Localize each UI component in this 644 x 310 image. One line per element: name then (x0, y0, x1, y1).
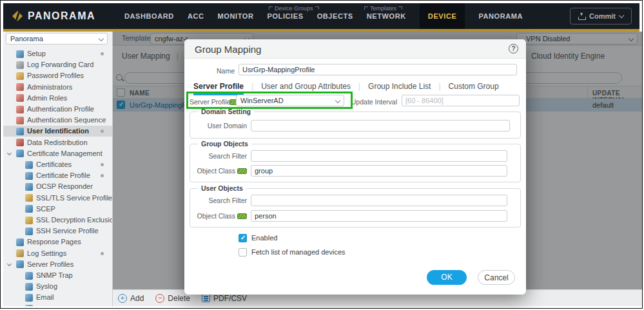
certificate-management-icon (16, 150, 24, 157)
sidebar-item-certificate-profile[interactable]: Certificate Profile (3, 170, 112, 181)
override-dot-icon (101, 252, 104, 255)
sidebar-item-label: SCEP (36, 205, 55, 213)
sidebar-item-password-profiles[interactable]: Password Profiles (3, 70, 112, 81)
sidebar-item-label: Syslog (36, 282, 57, 290)
key-icon (16, 72, 24, 80)
tab-separator: | (438, 82, 440, 91)
override-dot-icon (101, 130, 104, 133)
group-search-filter-label: Search Filter (190, 150, 247, 162)
nav-item-dashboard[interactable]: DASHBOARD (124, 12, 174, 20)
user-domain-input[interactable] (251, 120, 510, 131)
sidebar-item-ocsp-responder[interactable]: OCSP Responder (3, 181, 112, 192)
add-label: Add (130, 294, 144, 303)
delete-label: Delete (168, 294, 190, 303)
app-window: PANORAMA Device Groups Templates DASHBOA… (0, 0, 643, 309)
cancel-button[interactable]: Cancel (478, 270, 515, 285)
expand-chevron-icon[interactable] (7, 151, 12, 155)
user-search-filter-label: Search Filter (190, 195, 247, 206)
sidebar-item-scep[interactable]: SCEP (3, 204, 112, 215)
user-object-class-label: Object Class (190, 210, 235, 222)
scep-icon (25, 205, 33, 213)
sidebar-tree: SetupLog Forwarding CardPassword Profile… (3, 32, 112, 306)
sidebar-item-ssl-tls-service-profile[interactable]: SSL/TLS Service Profile (3, 193, 112, 204)
server-profile-value: WinServerAD (240, 97, 284, 104)
sidebar-item-http[interactable]: HTTP (3, 304, 112, 306)
pdf-csv-button[interactable]: PDF/CSV (202, 294, 247, 303)
chevron-down-icon (619, 12, 624, 17)
sidebar-item-syslog[interactable]: Syslog (3, 281, 112, 292)
update-interval-input[interactable] (402, 95, 520, 106)
nav-item-panorama[interactable]: PANORAMA (478, 12, 523, 20)
fetch-managed-devices-checkbox[interactable] (239, 248, 247, 257)
ok-button[interactable]: OK (427, 270, 467, 285)
http-icon (25, 305, 33, 306)
name-label: Name (184, 65, 235, 77)
help-icon[interactable] (509, 44, 518, 53)
dialog-tab-custom-group[interactable]: Custom Group (449, 82, 499, 91)
brand: PANORAMA (12, 3, 95, 29)
server-profile-select[interactable]: WinServerAD (236, 95, 344, 106)
sidebar-item-ssh-service-profile[interactable]: SSH Service Profile (3, 226, 112, 237)
expand-chevron-icon[interactable] (7, 262, 12, 266)
sidebar-item-authentication-profile[interactable]: Authentication Profile (3, 104, 112, 115)
ocsp-responder-icon (25, 183, 33, 191)
nav-item-device[interactable]: DEVICE (420, 3, 465, 29)
delete-button[interactable]: Delete (155, 294, 190, 303)
sidebar-item-log-settings[interactable]: Log Settings (3, 248, 112, 259)
enabled-checkbox[interactable] (239, 234, 247, 242)
user-domain-label: User Domain (190, 120, 247, 131)
sidebar-item-label: Email (36, 293, 54, 301)
user-identification-icon (16, 128, 24, 135)
server-profiles-icon (16, 260, 24, 268)
sidebar-item-label: Authentication Profile (27, 105, 94, 113)
nav-item-acc[interactable]: ACC (188, 12, 204, 20)
commit-label: Commit (589, 12, 616, 20)
tab-separator: | (358, 82, 360, 91)
sidebar-item-administrators[interactable]: Administrators (3, 82, 112, 93)
sidebar-item-label: User Identification (27, 127, 89, 135)
brand-name: PANORAMA (28, 10, 95, 22)
sidebar-item-user-identification[interactable]: User Identification (3, 126, 112, 137)
sidebar-item-ssl-decryption-exclusion[interactable]: SSL Decryption Exclusion (3, 215, 112, 226)
sidebar-item-label: Certificate Profile (36, 171, 90, 179)
dialog-tab-user-group-attributes[interactable]: User and Group Attributes (261, 82, 351, 91)
sidebar-item-email[interactable]: Email (3, 292, 112, 303)
sidebar-item-authentication-sequence[interactable]: Authentication Sequence (3, 115, 112, 126)
sidebar-item-server-profiles[interactable]: Server Profiles (3, 259, 112, 270)
dialog-tab-group-include-list[interactable]: Group Include List (368, 82, 431, 91)
sidebar-item-label: Certificate Management (27, 150, 102, 157)
nav-item-network[interactable]: NETWORK (367, 12, 406, 20)
commit-button[interactable]: Commit (570, 8, 632, 24)
nav-item-monitor[interactable]: MONITOR (218, 12, 254, 20)
sidebar-item-setup[interactable]: Setup (3, 48, 112, 59)
panorama-logo-icon (12, 11, 23, 21)
group-object-class-label: Object Class (190, 165, 235, 177)
sidebar-item-response-pages[interactable]: Response Pages (3, 237, 112, 247)
chevron-down-icon (335, 98, 340, 103)
sidebar-item-label: Authentication Sequence (27, 116, 106, 124)
minus-circle-icon (155, 294, 164, 303)
name-input[interactable] (239, 64, 517, 75)
tab-separator: | (251, 82, 253, 91)
add-button[interactable]: Add (118, 294, 144, 303)
sidebar-item-certificate-management[interactable]: Certificate Management (3, 148, 112, 159)
ssh-service-profile-icon (25, 228, 33, 235)
sidebar-item-certificates[interactable]: Certificates (3, 159, 112, 170)
sidebar-item-snmp-trap[interactable]: SNMP Trap (3, 270, 112, 281)
nav-item-policies[interactable]: POLICIES (268, 12, 304, 20)
sidebar-item-data-redistribution[interactable]: Data Redistribution (3, 137, 112, 148)
lock-icon (25, 217, 33, 224)
dialog-title: Group Mapping (195, 44, 261, 55)
nav-item-objects[interactable]: OBJECTS (317, 12, 353, 20)
authentication-profile-icon (16, 106, 24, 113)
group-object-class-input[interactable] (251, 165, 507, 177)
user-object-class-input[interactable] (251, 210, 507, 222)
dialog-tab-server-profile[interactable]: Server Profile (193, 82, 244, 95)
sidebar-item-admin-roles[interactable]: Admin Roles (3, 93, 112, 104)
group-search-filter-input[interactable] (251, 150, 507, 162)
sidebar-item-label: Response Pages (27, 238, 81, 246)
fetch-managed-devices-label: Fetch list of managed devices (251, 248, 346, 256)
sidebar-item-label: Setup (27, 50, 46, 57)
sidebar-item-log-forwarding-card[interactable]: Log Forwarding Card (3, 59, 112, 70)
user-search-filter-input[interactable] (251, 195, 507, 206)
